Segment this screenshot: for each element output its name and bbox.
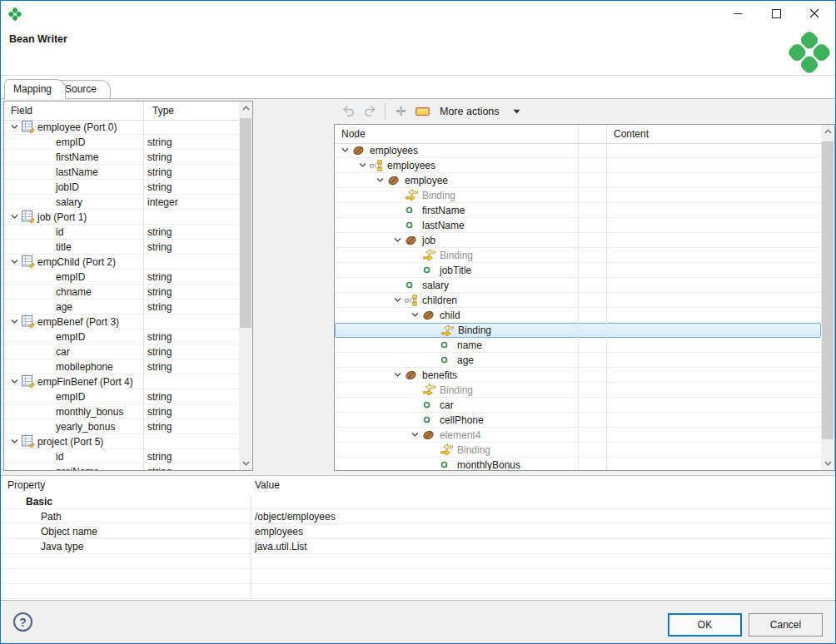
property-row[interactable] xyxy=(1,584,835,599)
node-scrollbar[interactable] xyxy=(821,125,834,470)
field-row[interactable]: idstring xyxy=(4,449,239,464)
node-row[interactable]: children xyxy=(335,293,821,308)
property-row[interactable]: Path/object/employees xyxy=(1,509,835,524)
property-row[interactable] xyxy=(1,554,835,569)
node-row[interactable]: cellPhone xyxy=(335,413,821,428)
chevron-expanded-icon[interactable] xyxy=(392,235,405,245)
port-row[interactable]: empChild (Port 2) xyxy=(4,255,239,270)
node-row[interactable]: lastName xyxy=(335,218,821,233)
field-row[interactable]: monthly_bonusstring xyxy=(4,404,239,419)
chevron-expanded-icon[interactable] xyxy=(410,310,422,320)
node-row[interactable]: Binding xyxy=(335,323,821,338)
field-row[interactable]: idstring xyxy=(4,225,239,240)
port-row[interactable]: empFinBenef (Port 4) xyxy=(4,374,239,389)
property-row[interactable]: Java typejava.util.List xyxy=(1,539,835,554)
field-row[interactable]: firstNamestring xyxy=(4,150,239,165)
chevron-expanded-icon[interactable] xyxy=(340,145,352,156)
redo-icon xyxy=(362,105,378,118)
chevron-expanded-icon[interactable] xyxy=(410,429,422,440)
chevron-expanded-icon[interactable] xyxy=(375,175,387,186)
node-row[interactable]: name xyxy=(335,338,821,353)
node-row[interactable]: car xyxy=(335,398,821,413)
node-row[interactable]: salary xyxy=(335,278,821,293)
field-label: empID xyxy=(56,136,85,148)
minimize-button[interactable] xyxy=(719,1,757,26)
node-row[interactable]: Binding xyxy=(335,188,821,203)
scroll-up-icon[interactable] xyxy=(239,102,252,115)
chevron-expanded-icon[interactable] xyxy=(357,160,370,171)
field-row[interactable]: titlestring xyxy=(4,240,239,255)
port-row[interactable]: project (Port 5) xyxy=(4,434,239,449)
field-row[interactable]: empIDstring xyxy=(4,389,239,404)
node-row[interactable]: monthlyBonus xyxy=(335,458,821,470)
field-row[interactable]: empIDstring xyxy=(4,270,239,285)
node-row[interactable]: element4 xyxy=(335,428,821,443)
scroll-up-icon[interactable] xyxy=(821,125,834,138)
ok-button[interactable]: OK xyxy=(668,613,742,637)
fields-scrollbar-thumb[interactable] xyxy=(240,118,251,328)
node-row[interactable]: employee xyxy=(335,173,821,188)
help-button[interactable]: ? xyxy=(13,612,32,632)
field-row[interactable]: empIDstring xyxy=(4,135,239,150)
toolbar-separator xyxy=(385,103,386,120)
chevron-expanded-icon[interactable] xyxy=(9,211,22,222)
node-row[interactable]: Binding xyxy=(335,248,821,263)
maximize-button[interactable] xyxy=(757,1,795,26)
redo-button[interactable] xyxy=(359,102,381,121)
property-row[interactable]: Object nameemployees xyxy=(1,524,835,539)
field-label: empID xyxy=(56,391,85,403)
close-button[interactable] xyxy=(795,1,834,26)
port-row[interactable]: employee (Port 0) xyxy=(4,120,239,135)
indent-spacer xyxy=(410,250,422,260)
field-row[interactable]: lastNamestring xyxy=(4,165,239,180)
field-label: age xyxy=(56,301,72,313)
field-row[interactable]: empIDstring xyxy=(4,329,239,344)
property-row[interactable]: Basic xyxy=(1,494,835,509)
field-type: string xyxy=(147,136,172,148)
property-icon xyxy=(422,400,438,409)
scroll-down-icon[interactable] xyxy=(821,457,834,470)
node-scrollbar-thumb[interactable] xyxy=(822,141,834,439)
field-row[interactable]: chnamestring xyxy=(4,285,239,300)
chevron-expanded-icon[interactable] xyxy=(9,121,22,132)
field-type: string xyxy=(147,271,172,283)
field-row[interactable]: mobilephonestring xyxy=(4,359,239,374)
node-row[interactable]: employees xyxy=(335,143,821,158)
scroll-down-icon[interactable] xyxy=(239,457,252,470)
chevron-expanded-icon[interactable] xyxy=(9,256,22,267)
chevron-expanded-icon[interactable] xyxy=(9,316,22,327)
property-row[interactable] xyxy=(1,569,835,584)
chevron-expanded-icon[interactable] xyxy=(9,376,22,387)
chevron-expanded-icon[interactable] xyxy=(9,436,22,447)
node-row[interactable]: job xyxy=(335,233,821,248)
node-row[interactable]: jobTitle xyxy=(335,263,821,278)
field-row[interactable]: jobIDstring xyxy=(4,180,239,195)
port-row[interactable]: empBenef (Port 3) xyxy=(4,315,239,329)
add-button[interactable] xyxy=(390,102,411,121)
cancel-button[interactable]: Cancel xyxy=(749,613,823,637)
field-label: chname xyxy=(56,286,92,298)
property-icon xyxy=(422,265,438,275)
node-row[interactable]: Binding xyxy=(335,443,821,458)
field-type: string xyxy=(147,301,172,313)
more-actions-button[interactable]: More actions xyxy=(440,106,520,117)
remove-button[interactable] xyxy=(411,102,433,121)
fields-scrollbar[interactable] xyxy=(239,102,252,470)
field-row[interactable]: agestring xyxy=(4,300,239,315)
tab-mapping[interactable]: Mapping xyxy=(4,79,66,99)
chevron-expanded-icon[interactable] xyxy=(392,369,405,380)
field-row[interactable]: carstring xyxy=(4,344,239,359)
undo-button[interactable] xyxy=(337,102,359,121)
chevron-expanded-icon[interactable] xyxy=(392,295,405,305)
node-row[interactable]: employees xyxy=(335,158,821,173)
field-row[interactable]: yearly_bonusstring xyxy=(4,419,239,434)
field-row[interactable]: salaryinteger xyxy=(4,195,239,210)
node-row[interactable]: benefits xyxy=(335,368,821,383)
node-row[interactable]: Binding xyxy=(335,383,821,398)
node-row[interactable]: firstName xyxy=(335,203,821,218)
field-row[interactable]: projNamestring xyxy=(4,464,239,470)
node-row[interactable]: age xyxy=(335,353,821,368)
node-row[interactable]: child xyxy=(335,308,821,323)
port-row[interactable]: job (Port 1) xyxy=(4,210,239,225)
clover-app-icon xyxy=(7,7,22,22)
